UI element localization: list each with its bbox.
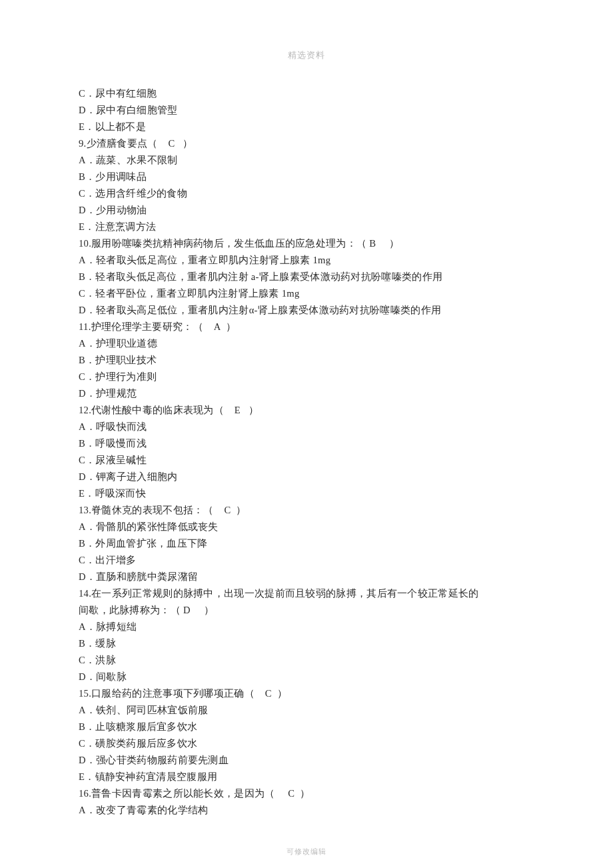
text-line: C．尿中有红细胞	[79, 85, 534, 102]
text-line: E．镇静安神药宜清晨空腹服用	[79, 769, 534, 785]
text-line: A．骨骼肌的紧张性降低或丧失	[79, 519, 534, 535]
text-line: C．出汗增多	[79, 552, 534, 569]
text-line: 14.在一系列正常规则的脉搏中，出现一次提前而且较弱的脉搏，其后有一个较正常延长…	[79, 585, 534, 602]
text-line: C．洪脉	[79, 652, 534, 669]
text-line: B．缓脉	[79, 635, 534, 652]
document-body: C．尿中有红细胞D．尿中有白细胞管型E．以上都不是9.少渣膳食要点（ C ）A．…	[79, 85, 534, 819]
text-line: E．注意烹调方法	[79, 219, 534, 235]
text-line: A．护理职业道德	[79, 335, 534, 352]
text-line: B．轻者取头低足高位，重者肌内注射 a-肾上腺素受体激动药对抗吩噻嗪类的作用	[79, 269, 534, 285]
text-line: D．间歇脉	[79, 669, 534, 685]
text-line: C．磺胺类药服后应多饮水	[79, 735, 534, 752]
text-line: A．改变了青霉素的化学结构	[79, 802, 534, 819]
text-line: D．少用动物油	[79, 202, 534, 219]
page-footer: 可修改编辑	[79, 847, 534, 857]
text-line: B．止咳糖浆服后宜多饮水	[79, 719, 534, 735]
text-line: 11.护理伦理学主要研究：（ A ）	[79, 319, 534, 335]
text-line: C．护理行为准则	[79, 369, 534, 385]
text-line: C．选用含纤维少的食物	[79, 185, 534, 202]
text-line: 10.服用吩噻嗪类抗精神病药物后，发生低血压的应急处理为：（ B ）	[79, 235, 534, 252]
text-line: A．蔬菜、水果不限制	[79, 152, 534, 169]
text-line: A．铁剂、阿司匹林宜饭前服	[79, 702, 534, 719]
text-line: C．轻者平卧位，重者立即肌内注射肾上腺素 1mg	[79, 285, 534, 302]
text-line: B．少用调味品	[79, 169, 534, 185]
text-line: B．呼吸慢而浅	[79, 435, 534, 452]
text-line: 9.少渣膳食要点（ C ）	[79, 135, 534, 152]
text-line: D．轻者取头高足低位，重者肌内注射α-肾上腺素受体激动药对抗吩噻嗪类的作用	[79, 302, 534, 319]
text-line: D．强心苷类药物服药前要先测血	[79, 752, 534, 769]
text-line: 16.普鲁卡因青霉素之所以能长效，是因为（ C ）	[79, 785, 534, 802]
text-line: 12.代谢性酸中毒的临床表现为（ E ）	[79, 402, 534, 419]
text-line: B．护理职业技术	[79, 352, 534, 369]
text-line: 15.口服给药的注意事项下列哪项正确（ C ）	[79, 685, 534, 702]
text-line: D．直肠和膀胱中粪尿潴留	[79, 569, 534, 585]
text-line: 间歇，此脉搏称为：（ D ）	[79, 602, 534, 619]
text-line: B．外周血管扩张，血压下降	[79, 535, 534, 552]
page-header: 精选资料	[79, 49, 534, 61]
text-line: A．轻者取头低足高位，重者立即肌内注射肾上腺素 1mg	[79, 252, 534, 269]
text-line: C．尿液呈碱性	[79, 452, 534, 469]
text-line: D．护理规范	[79, 385, 534, 402]
text-line: 13.脊髓休克的表现不包括：（ C ）	[79, 502, 534, 519]
text-line: E．呼吸深而快	[79, 485, 534, 502]
text-line: D．尿中有白细胞管型	[79, 102, 534, 119]
document-page: 精选资料 C．尿中有红细胞D．尿中有白细胞管型E．以上都不是9.少渣膳食要点（ …	[0, 0, 613, 868]
text-line: A．呼吸快而浅	[79, 419, 534, 435]
text-line: A．脉搏短绌	[79, 619, 534, 635]
text-line: D．钾离子进入细胞内	[79, 469, 534, 485]
text-line: E．以上都不是	[79, 119, 534, 135]
